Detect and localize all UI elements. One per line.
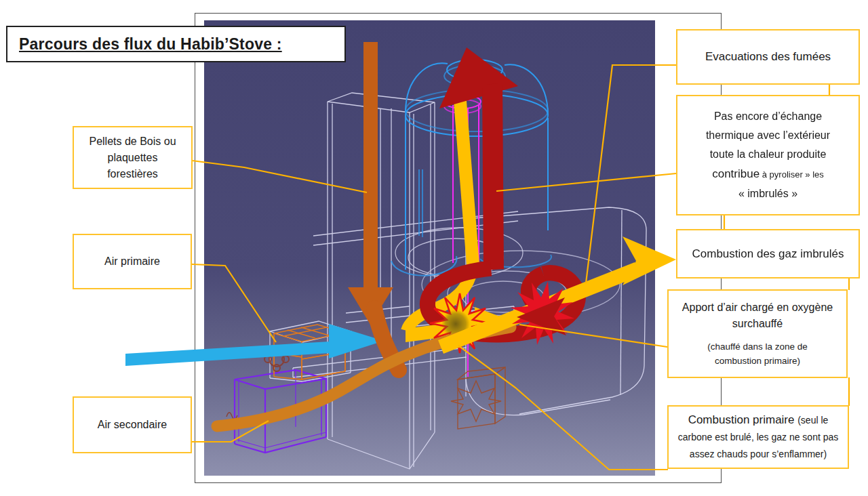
pas-encore-line4-small: à pyroliser » les xyxy=(760,169,824,180)
callout-air-primaire-label: Air primaire xyxy=(104,253,160,270)
callout-air-secondaire-label: Air secondaire xyxy=(98,417,167,433)
callout-air-primaire: Air primaire xyxy=(73,234,192,289)
apport-air-note: (chauffé dans la zone de combustion prim… xyxy=(669,340,846,368)
pas-encore-line4-big: contribue xyxy=(712,167,760,180)
combustion-primaire-big: Combustion primaire xyxy=(688,413,798,426)
callout-pellets: Pellets de Bois ou plaquettes forestière… xyxy=(73,126,193,189)
combustion-gaz-label: Combustion des gaz imbrulés xyxy=(692,245,844,263)
pas-encore-line3: toute la chaleur produite xyxy=(710,145,827,164)
apport-air-title: Apport d’air chargé en oxygène surchauff… xyxy=(669,299,846,332)
callout-pellets-line: plaquettes xyxy=(108,150,158,166)
pas-encore-line2: thermique avec l’extérieur xyxy=(706,126,830,145)
callout-evacuations-label: Evacuations des fumées xyxy=(705,48,831,66)
pas-encore-line4: contribue à pyroliser » les xyxy=(712,164,824,184)
callout-combustion-primaire: Combustion primaire (seul le carbone est… xyxy=(667,405,849,469)
diagram-title: Parcours des flux du Habib’Stove : xyxy=(6,26,346,62)
combustion-primaire-text: Combustion primaire (seul le carbone est… xyxy=(674,411,842,463)
diagram-title-text: Parcours des flux du Habib’Stove : xyxy=(19,35,282,54)
pas-encore-line5: « imbrulés » xyxy=(738,184,797,203)
callout-evacuations-fumees: Evacuations des fumées xyxy=(676,29,860,85)
cad-render-background xyxy=(204,20,655,476)
callout-apport-air: Apport d’air chargé en oxygène surchauff… xyxy=(667,289,848,378)
callout-air-secondaire: Air secondaire xyxy=(73,396,192,453)
callout-pellets-line: forestières xyxy=(107,166,158,182)
callout-pellets-line: Pellets de Bois ou xyxy=(89,133,176,150)
callout-combustion-gaz: Combustion des gaz imbrulés xyxy=(676,229,860,278)
pas-encore-line1: Pas encore d’échange xyxy=(714,107,822,126)
callout-pas-encore-echange: Pas encore d’échange thermique avec l’ex… xyxy=(676,95,860,215)
